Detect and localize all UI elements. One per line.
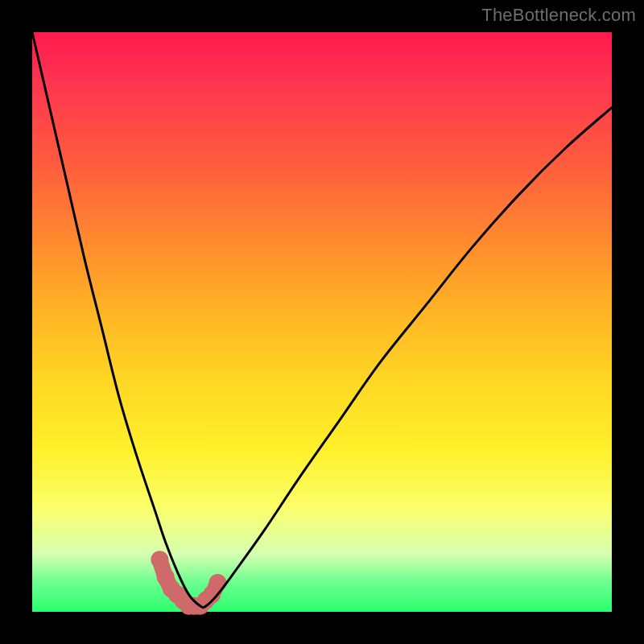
curve-layer [32,32,612,612]
marker-dot [208,574,226,592]
marker-dots [151,551,226,615]
marker-dot [151,551,168,568]
bottleneck-curve-path [32,32,612,608]
plot-area [32,32,612,612]
watermark-text: TheBottleneck.com [481,5,636,26]
chart-frame: TheBottleneck.com [0,0,644,644]
